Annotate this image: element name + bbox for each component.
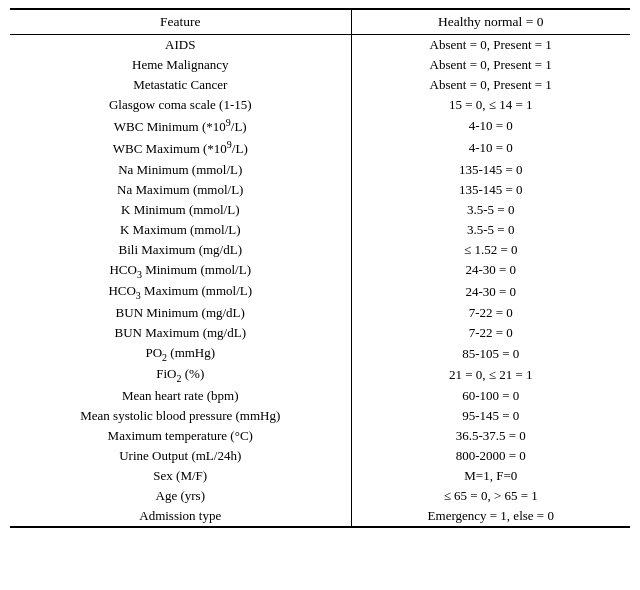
value-cell: ≤ 1.52 = 0 — [351, 240, 630, 260]
value-cell: 60-100 = 0 — [351, 386, 630, 406]
feature-cell: AIDS — [10, 35, 351, 56]
table-row: PO2 (mmHg)85-105 = 0 — [10, 343, 630, 365]
table-row: FiO2 (%)21 = 0, ≤ 21 = 1 — [10, 364, 630, 386]
feature-cell: K Maximum (mmol/L) — [10, 220, 351, 240]
table-row: Heme MalignancyAbsent = 0, Present = 1 — [10, 55, 630, 75]
feature-cell: Admission type — [10, 506, 351, 527]
value-cell: 36.5-37.5 = 0 — [351, 426, 630, 446]
table-row: Metastatic CancerAbsent = 0, Present = 1 — [10, 75, 630, 95]
value-cell: 7-22 = 0 — [351, 323, 630, 343]
value-cell: 4-10 = 0 — [351, 115, 630, 137]
value-cell: 21 = 0, ≤ 21 = 1 — [351, 364, 630, 386]
feature-cell: Bili Maximum (mg/dL) — [10, 240, 351, 260]
table-row: HCO3 Maximum (mmol/L)24-30 = 0 — [10, 281, 630, 303]
table-row: Glasgow coma scale (1-15)15 = 0, ≤ 14 = … — [10, 95, 630, 115]
header-feature: Feature — [10, 9, 351, 35]
feature-cell: HCO3 Maximum (mmol/L) — [10, 281, 351, 303]
value-cell: 135-145 = 0 — [351, 180, 630, 200]
feature-cell: K Minimum (mmol/L) — [10, 200, 351, 220]
table-row: Urine Output (mL/24h)800-2000 = 0 — [10, 446, 630, 466]
table-header-row: Feature Healthy normal = 0 — [10, 9, 630, 35]
table-row: BUN Maximum (mg/dL)7-22 = 0 — [10, 323, 630, 343]
table-row: K Maximum (mmol/L)3.5-5 = 0 — [10, 220, 630, 240]
feature-cell: BUN Maximum (mg/dL) — [10, 323, 351, 343]
feature-cell: Glasgow coma scale (1-15) — [10, 95, 351, 115]
table-row: BUN Minimum (mg/dL)7-22 = 0 — [10, 303, 630, 323]
value-cell: Emergency = 1, else = 0 — [351, 506, 630, 527]
table-row: K Minimum (mmol/L)3.5-5 = 0 — [10, 200, 630, 220]
table-row: Maximum temperature (°C)36.5-37.5 = 0 — [10, 426, 630, 446]
table-row: Mean systolic blood pressure (mmHg)95-14… — [10, 406, 630, 426]
feature-cell: HCO3 Minimum (mmol/L) — [10, 260, 351, 282]
table-row: Mean heart rate (bpm)60-100 = 0 — [10, 386, 630, 406]
value-cell: Absent = 0, Present = 1 — [351, 55, 630, 75]
feature-cell: Na Maximum (mmol/L) — [10, 180, 351, 200]
feature-cell: FiO2 (%) — [10, 364, 351, 386]
value-cell: 15 = 0, ≤ 14 = 1 — [351, 95, 630, 115]
feature-cell: PO2 (mmHg) — [10, 343, 351, 365]
value-cell: 95-145 = 0 — [351, 406, 630, 426]
value-cell: 135-145 = 0 — [351, 160, 630, 180]
value-cell: 24-30 = 0 — [351, 281, 630, 303]
value-cell: 800-2000 = 0 — [351, 446, 630, 466]
table-row: WBC Maximum (*109/L)4-10 = 0 — [10, 137, 630, 159]
feature-cell: Maximum temperature (°C) — [10, 426, 351, 446]
feature-cell: Age (yrs) — [10, 486, 351, 506]
feature-cell: Na Minimum (mmol/L) — [10, 160, 351, 180]
value-cell: M=1, F=0 — [351, 466, 630, 486]
feature-cell: WBC Minimum (*109/L) — [10, 115, 351, 137]
table-row: Bili Maximum (mg/dL)≤ 1.52 = 0 — [10, 240, 630, 260]
value-cell: Absent = 0, Present = 1 — [351, 75, 630, 95]
feature-cell: Heme Malignancy — [10, 55, 351, 75]
table-container: Feature Healthy normal = 0 AIDSAbsent = … — [10, 8, 630, 528]
value-cell: 7-22 = 0 — [351, 303, 630, 323]
features-table: Feature Healthy normal = 0 AIDSAbsent = … — [10, 8, 630, 528]
feature-cell: Urine Output (mL/24h) — [10, 446, 351, 466]
value-cell: 3.5-5 = 0 — [351, 200, 630, 220]
table-row: Admission typeEmergency = 1, else = 0 — [10, 506, 630, 527]
value-cell: 85-105 = 0 — [351, 343, 630, 365]
feature-cell: Mean heart rate (bpm) — [10, 386, 351, 406]
value-cell: ≤ 65 = 0, > 65 = 1 — [351, 486, 630, 506]
feature-cell: WBC Maximum (*109/L) — [10, 137, 351, 159]
table-row: Na Maximum (mmol/L)135-145 = 0 — [10, 180, 630, 200]
feature-cell: Metastatic Cancer — [10, 75, 351, 95]
header-healthy-normal: Healthy normal = 0 — [351, 9, 630, 35]
table-row: AIDSAbsent = 0, Present = 1 — [10, 35, 630, 56]
feature-cell: Sex (M/F) — [10, 466, 351, 486]
table-row: Age (yrs)≤ 65 = 0, > 65 = 1 — [10, 486, 630, 506]
table-row: HCO3 Minimum (mmol/L)24-30 = 0 — [10, 260, 630, 282]
value-cell: 4-10 = 0 — [351, 137, 630, 159]
table-row: Sex (M/F)M=1, F=0 — [10, 466, 630, 486]
table-row: WBC Minimum (*109/L)4-10 = 0 — [10, 115, 630, 137]
feature-cell: Mean systolic blood pressure (mmHg) — [10, 406, 351, 426]
value-cell: Absent = 0, Present = 1 — [351, 35, 630, 56]
table-row: Na Minimum (mmol/L)135-145 = 0 — [10, 160, 630, 180]
value-cell: 3.5-5 = 0 — [351, 220, 630, 240]
value-cell: 24-30 = 0 — [351, 260, 630, 282]
feature-cell: BUN Minimum (mg/dL) — [10, 303, 351, 323]
